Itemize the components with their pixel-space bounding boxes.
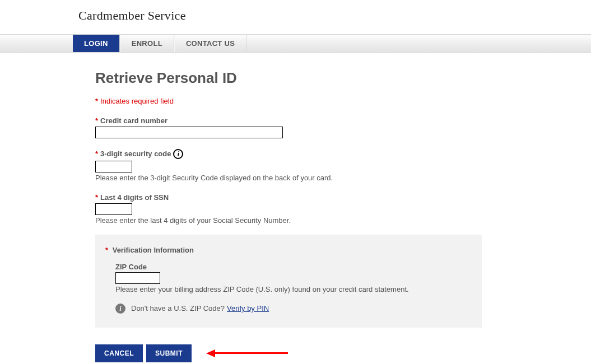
credit-card-label: Credit card number: [100, 116, 167, 125]
main-nav: LOGIN ENROLL CONTACT US: [0, 34, 591, 53]
asterisk-icon: *: [95, 116, 98, 125]
cancel-button[interactable]: CANCEL: [95, 344, 143, 362]
info-icon[interactable]: i: [173, 149, 183, 159]
security-code-hint: Please enter the 3-digit Security Code d…: [95, 174, 482, 182]
asterisk-icon: *: [95, 150, 98, 158]
field-ssn: * Last 4 digits of SSN Please enter the …: [95, 192, 482, 225]
credit-card-input[interactable]: [95, 127, 283, 138]
zip-hint: Please enter your billing address ZIP Co…: [115, 285, 472, 293]
zip-input[interactable]: [115, 272, 160, 284]
nav-enroll[interactable]: ENROLL: [120, 35, 174, 52]
required-field-note: *Indicates required field: [95, 97, 482, 105]
verification-section: * Verification Information ZIP Code Plea…: [95, 235, 482, 328]
no-zip-text: Don't have a U.S. ZIP Code?: [131, 304, 225, 312]
asterisk-icon: *: [105, 246, 108, 254]
arrow-head-icon: [206, 349, 215, 357]
zip-label: ZIP Code: [115, 263, 472, 271]
security-code-input[interactable]: [95, 161, 132, 172]
asterisk-icon: *: [95, 97, 98, 105]
verify-by-pin-link[interactable]: Verify by PIN: [227, 304, 269, 312]
security-code-label: 3-digit security code: [100, 150, 171, 158]
annotation-arrow: [206, 349, 288, 357]
field-security-code: * 3-digit security code i Please enter t…: [95, 148, 482, 182]
arrow-line-icon: [215, 352, 288, 354]
ssn-label: Last 4 digits of SSN: [100, 193, 169, 202]
field-credit-card: * Credit card number: [95, 115, 482, 138]
info-icon: i: [115, 304, 125, 314]
ssn-input[interactable]: [95, 203, 132, 215]
submit-button[interactable]: SUBMIT: [146, 344, 192, 362]
asterisk-icon: *: [95, 193, 98, 202]
brand-logo: Cardmember Service: [78, 8, 591, 23]
page-title: Retrieve Personal ID: [95, 69, 482, 87]
ssn-hint: Please enter the last 4 digits of your S…: [95, 216, 482, 225]
nav-contact-us[interactable]: CONTACT US: [174, 35, 246, 52]
verification-title: Verification Information: [113, 246, 194, 254]
nav-login[interactable]: LOGIN: [73, 35, 120, 52]
